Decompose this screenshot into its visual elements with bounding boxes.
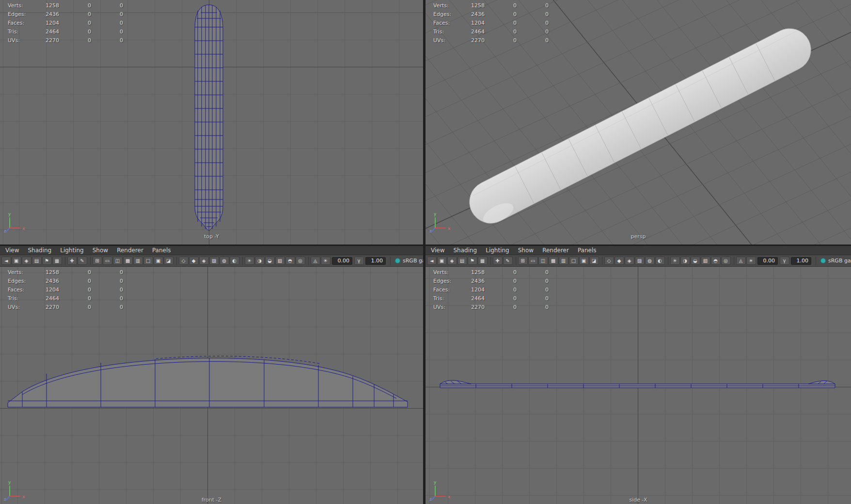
- field-chart-icon[interactable]: ▥: [559, 257, 568, 265]
- all-lights-icon[interactable]: ☀: [670, 257, 680, 265]
- wireframe-display-icon[interactable]: ◇: [604, 257, 614, 265]
- shaded-display-icon[interactable]: ◆: [615, 257, 624, 265]
- xray-display-icon[interactable]: ◐: [655, 257, 665, 265]
- grid-toggle-icon[interactable]: ⊞: [518, 257, 528, 265]
- menu-shading[interactable]: Shading: [449, 246, 481, 255]
- exposure-icon[interactable]: ☀: [321, 257, 331, 265]
- menu-lighting[interactable]: Lighting: [56, 246, 88, 255]
- lock-camera-icon[interactable]: ◈: [447, 257, 457, 265]
- hud-row: UVs:227000: [426, 303, 549, 311]
- xray-display-icon[interactable]: ◐: [230, 257, 239, 265]
- grease-pencil-icon[interactable]: ✎: [78, 257, 87, 265]
- gamma-field[interactable]: 1.00: [365, 257, 386, 265]
- wireframe-display-icon[interactable]: ◇: [179, 257, 189, 265]
- hud-value: 0: [485, 295, 517, 302]
- gamma-field[interactable]: 1.00: [791, 257, 811, 265]
- exposure-field[interactable]: 0.00: [332, 257, 352, 265]
- menu-panels[interactable]: Panels: [573, 246, 601, 255]
- hud-toggle-icon[interactable]: ◪: [164, 257, 173, 265]
- shaded-display-icon[interactable]: ◆: [189, 257, 199, 265]
- menu-show[interactable]: Show: [88, 246, 112, 255]
- textured-display-icon[interactable]: ▨: [635, 257, 645, 265]
- gamma-value: 1.00: [797, 258, 809, 264]
- safe-action-icon[interactable]: □: [143, 257, 153, 265]
- wireframe-on-shaded-icon[interactable]: ◈: [625, 257, 634, 265]
- front-viewport-canvas[interactable]: Verts:125800Edges:243600Faces:120400Tris…: [0, 267, 423, 504]
- depth-of-field-icon[interactable]: ◎: [721, 257, 731, 265]
- panel-toggle-icon[interactable]: ◄: [427, 257, 437, 265]
- film-gate-icon[interactable]: ▭: [103, 257, 112, 265]
- camera-attributes-icon[interactable]: ▤: [32, 257, 42, 265]
- resolution-gate-icon[interactable]: ◫: [538, 257, 548, 265]
- safe-title-icon[interactable]: ▣: [154, 257, 163, 265]
- image-plane-icon[interactable]: ▦: [52, 257, 62, 265]
- anti-aliasing-icon[interactable]: ▧: [275, 257, 285, 265]
- hud-value: 0: [517, 287, 549, 293]
- field-chart-icon[interactable]: ▥: [133, 257, 143, 265]
- textured-display-icon[interactable]: ▨: [209, 257, 219, 265]
- gamma-icon[interactable]: γ: [354, 257, 364, 265]
- select-camera-icon[interactable]: ▣: [437, 257, 447, 265]
- exposure-icon[interactable]: ☀: [746, 257, 756, 265]
- persp-viewport-canvas[interactable]: Verts:125800Edges:243600Faces:120400Tris…: [426, 0, 851, 244]
- bookmarks-icon[interactable]: ⚑: [468, 257, 477, 265]
- bookmarks-icon[interactable]: ⚑: [42, 257, 52, 265]
- menu-view[interactable]: View: [426, 246, 449, 255]
- wireframe-on-shaded-icon[interactable]: ◈: [199, 257, 209, 265]
- hud-value: 0: [485, 29, 517, 35]
- side-viewport-canvas[interactable]: Verts:125800Edges:243600Faces:120400Tris…: [426, 267, 851, 504]
- panel-toggle-icon[interactable]: ◄: [1, 257, 11, 265]
- viewport-label-persp: persp: [426, 233, 851, 240]
- lock-camera-icon[interactable]: ◈: [22, 257, 32, 265]
- camera-attributes-icon[interactable]: ▤: [457, 257, 467, 265]
- gamma-icon[interactable]: γ: [780, 257, 789, 265]
- isolate-select-icon[interactable]: ◬: [736, 257, 746, 265]
- hud-row: Tris:246400: [0, 27, 123, 36]
- safe-title-icon[interactable]: ▣: [579, 257, 589, 265]
- motion-blur-icon[interactable]: ◓: [711, 257, 721, 265]
- grease-pencil-icon[interactable]: ✎: [503, 257, 513, 265]
- two-d-pan-zoom-icon[interactable]: ✚: [493, 257, 503, 265]
- colorspace-dropdown[interactable]: sRGB gamma: [392, 257, 423, 265]
- grid-toggle-icon[interactable]: ⊞: [93, 257, 102, 265]
- hud-row: Edges:243600: [0, 10, 123, 18]
- hud-toggle-icon[interactable]: ◪: [589, 257, 599, 265]
- top-viewport-canvas[interactable]: Verts:125800Edges:243600Faces:120400Tris…: [0, 0, 423, 244]
- menu-panels[interactable]: Panels: [148, 246, 175, 255]
- resolution-gate-icon[interactable]: ◫: [113, 257, 123, 265]
- screen-space-ao-icon[interactable]: ◒: [691, 257, 700, 265]
- image-plane-icon[interactable]: ▦: [478, 257, 488, 265]
- hud-value: 0: [485, 287, 517, 293]
- use-default-material-icon[interactable]: ◍: [220, 257, 229, 265]
- isolate-select-icon[interactable]: ◬: [311, 257, 320, 265]
- screen-space-ao-icon[interactable]: ◒: [265, 257, 275, 265]
- viewport-label-front: front -Z: [0, 497, 423, 503]
- select-camera-icon[interactable]: ▣: [12, 257, 21, 265]
- hud-value: 1204: [461, 20, 485, 26]
- all-lights-icon[interactable]: ☀: [245, 257, 254, 265]
- shadows-icon[interactable]: ◑: [255, 257, 265, 265]
- menu-renderer[interactable]: Renderer: [538, 246, 573, 255]
- film-gate-icon[interactable]: ▭: [528, 257, 538, 265]
- hud-value: 0: [517, 37, 549, 44]
- motion-blur-icon[interactable]: ◓: [285, 257, 295, 265]
- menu-lighting[interactable]: Lighting: [481, 246, 514, 255]
- menu-shading[interactable]: Shading: [23, 246, 56, 255]
- depth-of-field-icon[interactable]: ◎: [296, 257, 305, 265]
- hud-value: 0: [59, 2, 91, 9]
- menu-show[interactable]: Show: [514, 246, 538, 255]
- gate-mask-icon[interactable]: ▩: [549, 257, 558, 265]
- viewport-pane-top: Verts:125800Edges:243600Faces:120400Tris…: [0, 0, 423, 244]
- exposure-field[interactable]: 0.00: [757, 257, 778, 265]
- menu-renderer[interactable]: Renderer: [112, 246, 148, 255]
- anti-aliasing-icon[interactable]: ▧: [701, 257, 710, 265]
- gate-mask-icon[interactable]: ▩: [123, 257, 133, 265]
- hud-value: 0: [91, 11, 123, 17]
- two-d-pan-zoom-icon[interactable]: ✚: [67, 257, 77, 265]
- colorspace-dropdown[interactable]: sRGB gamma: [818, 257, 851, 265]
- shadows-icon[interactable]: ◑: [680, 257, 690, 265]
- menu-view[interactable]: View: [1, 246, 23, 255]
- hud-label: Faces:: [0, 20, 36, 26]
- safe-action-icon[interactable]: □: [569, 257, 579, 265]
- use-default-material-icon[interactable]: ◍: [645, 257, 655, 265]
